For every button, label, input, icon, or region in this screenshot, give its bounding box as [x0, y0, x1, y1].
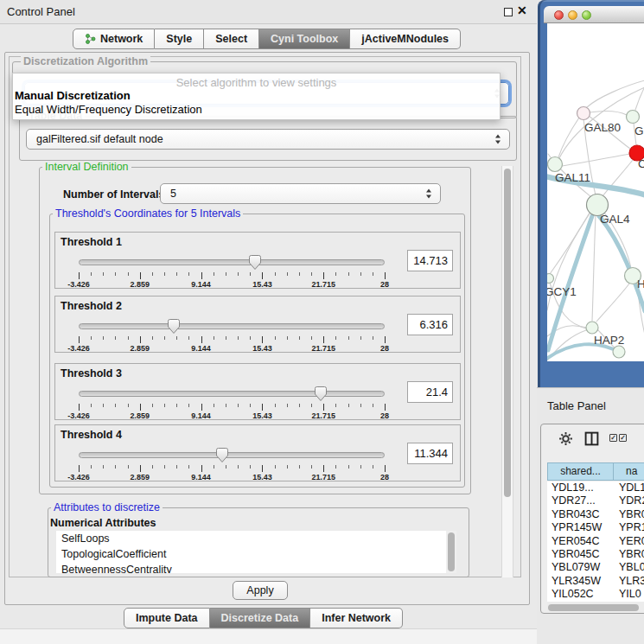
node-label: GAL4 [600, 213, 630, 226]
slider-tick-label: 15.43 [252, 280, 272, 289]
slider-tick [299, 272, 300, 276]
minimize-mac-icon[interactable] [568, 10, 577, 20]
slider-tick [262, 272, 263, 279]
network-edge[interactable] [599, 216, 644, 311]
close-icon[interactable]: ✕ [517, 3, 527, 17]
zoom-mac-icon[interactable] [582, 10, 591, 20]
scrollbar-thumb[interactable] [448, 532, 455, 571]
tab-impute-data[interactable]: Impute Data [124, 608, 210, 628]
network-node[interactable] [548, 157, 563, 172]
cell-shared-name: YLR345W [552, 575, 601, 587]
list-item[interactable]: SelfLoops [56, 531, 446, 546]
interval-definition-legend: Interval Definition [42, 161, 131, 173]
threshold-row-3: Threshold 3-3.4262.8599.14415.4321.71528… [54, 363, 461, 420]
network-edge[interactable] [592, 215, 596, 321]
table-data-combobox[interactable]: galFiltered.sif default node [26, 129, 510, 150]
gear-icon[interactable] [558, 431, 573, 446]
table-row[interactable]: YDL19...YDL1 [547, 481, 644, 494]
slider-track[interactable] [79, 259, 385, 265]
slider-tick [176, 336, 177, 340]
slider-tick [91, 465, 92, 469]
table-horizontal-scrollbar[interactable] [547, 603, 644, 612]
slider-tick [287, 336, 288, 340]
slider-thumb[interactable] [167, 318, 181, 335]
slider-tick-label: -3.426 [67, 473, 90, 481]
checkbox-icon[interactable]: ✓ [609, 434, 617, 442]
slider-tick-label: 28 [380, 411, 389, 420]
slider-tick [335, 404, 336, 407]
network-edge[interactable] [562, 154, 630, 166]
column-header-shared-name[interactable]: shared... [547, 462, 614, 481]
network-node[interactable] [547, 274, 554, 284]
table-row[interactable]: YBR045CYBR0 [547, 548, 644, 561]
attributes-list-scrollbar[interactable] [446, 531, 456, 573]
slider-track[interactable] [79, 452, 385, 458]
slider-tick [128, 404, 129, 407]
slider-tick [323, 404, 324, 411]
slider-thumb[interactable] [248, 254, 262, 271]
slider-tick [79, 465, 80, 472]
slider-track[interactable] [79, 391, 385, 397]
network-canvas[interactable]: GAL80GCGAL11GAL4GCY1HHAP2 [547, 23, 644, 361]
menu-item-manual-discretization[interactable]: Manual Discretization [15, 89, 131, 102]
slider-tick-label: 9.144 [191, 411, 211, 420]
tab-jactivemnodules[interactable]: jActiveMNodules [350, 29, 461, 49]
tab-select[interactable]: Select [204, 29, 259, 49]
slider-tick [323, 465, 324, 472]
numerical-attributes-list[interactable]: SelfLoopsTopologicalCoefficientBetweenne… [56, 531, 446, 573]
slider-tick [115, 404, 116, 407]
slider-tick [373, 272, 373, 276]
numerical-attributes-label: Numerical Attributes [50, 517, 156, 529]
tab-network[interactable]: Network [73, 29, 155, 49]
table-row[interactable]: YLR345WYLR3 [547, 575, 644, 588]
slider-thumb[interactable] [215, 447, 229, 464]
bottom-tab-bar: Impute DataDiscretize DataInfer Network [124, 608, 403, 628]
tab-style[interactable]: Style [155, 29, 204, 49]
node-label: GAL80 [584, 121, 621, 134]
algorithm-prompt: Select algorithm to view settings [13, 76, 500, 89]
float-window-icon[interactable] [504, 8, 513, 16]
control-panel-titlebar: Control Panel ✕ [0, 0, 537, 24]
slider-thumb[interactable] [314, 386, 328, 403]
table-row[interactable]: YER054CYER0 [547, 535, 644, 548]
slider-tick [287, 465, 288, 469]
table-panel-window: ✓ ✓ shared... na YDL19...YDL1YDR27...YDR… [540, 424, 644, 614]
tab-infer-network[interactable]: Infer Network [310, 608, 403, 628]
menu-item-equal-width-frequency[interactable]: Equal Width/Frequency Discretization [15, 103, 202, 116]
checkbox-icon[interactable]: ✓ [619, 434, 627, 442]
slider-track[interactable] [79, 323, 385, 329]
threshold-value-field[interactable]: 11.344 [407, 443, 453, 464]
list-item[interactable]: BetweennessCentrality [56, 562, 446, 573]
table-row[interactable]: YDR27...YDR2 [547, 494, 644, 507]
slider-tick [250, 404, 251, 407]
tab-cyni-toolbox[interactable]: Cyni Toolbox [259, 29, 350, 49]
close-mac-icon[interactable] [554, 10, 564, 20]
network-edge[interactable] [558, 118, 579, 157]
table-row[interactable]: YIL052CYIL0 [547, 588, 644, 601]
table-columns-icon[interactable] [584, 431, 599, 446]
right-side-panel: GAL80GCGAL11GAL4GCY1HHAP2 Table Panel ✓ … [537, 0, 644, 644]
slider-tick [79, 404, 80, 411]
apply-button[interactable]: Apply [233, 581, 288, 600]
table-row[interactable]: YPR145WYPR1 [547, 521, 644, 534]
network-node[interactable] [586, 322, 598, 334]
number-of-intervals-combobox[interactable]: 5 [160, 183, 441, 204]
network-edge[interactable] [596, 284, 629, 322]
threshold-value-field[interactable]: 6.316 [407, 314, 453, 335]
table-row[interactable]: YBR043CYBR0 [547, 508, 644, 521]
network-node[interactable] [577, 107, 590, 120]
tab-label: Style [166, 33, 192, 45]
table-row[interactable]: YBL079WYBL0 [547, 561, 644, 574]
tab-discretize-data[interactable]: Discretize Data [210, 608, 311, 628]
list-item[interactable]: TopologicalCoefficient [56, 546, 446, 562]
column-header-name[interactable]: na [614, 462, 644, 481]
scrollbar-thumb[interactable] [504, 169, 511, 497]
cell-name: YBL0 [619, 561, 644, 573]
network-node[interactable] [627, 111, 640, 124]
threshold-value-field[interactable]: 21.4 [407, 381, 453, 403]
network-node[interactable] [613, 346, 625, 358]
threshold-value-field[interactable]: 14.713 [407, 250, 453, 271]
network-edge[interactable] [590, 112, 627, 115]
scrollbar-thumb[interactable] [548, 604, 639, 611]
panel-vertical-scrollbar[interactable] [501, 166, 513, 577]
